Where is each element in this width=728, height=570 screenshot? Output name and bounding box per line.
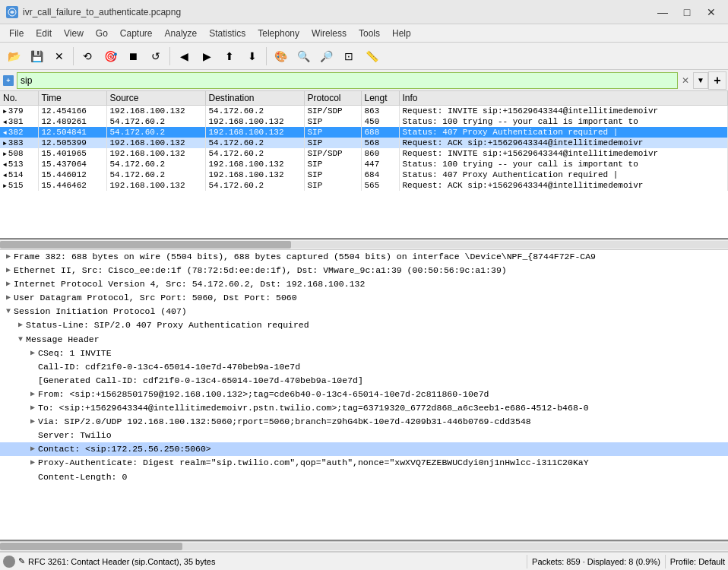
table-row[interactable]: ►508 15.401965 192.168.100.132 54.172.60… <box>0 148 728 159</box>
expand-icon[interactable]: ▼ <box>15 334 26 345</box>
expand-icon[interactable]: ▶ <box>3 252 14 262</box>
col-header-no: No. <box>0 91 38 106</box>
detail-line[interactable]: ▶Status-Line: SIP/2.0 407 Proxy Authenti… <box>0 318 728 332</box>
expand-icon[interactable]: ▶ <box>27 458 38 468</box>
toolbar-restart[interactable]: ↺ <box>145 46 166 67</box>
table-row[interactable]: ◄514 15.446012 54.172.60.2 192.168.100.1… <box>0 169 728 180</box>
toolbar-forward[interactable]: ▶ <box>196 46 217 67</box>
cell-dest: 54.172.60.2 <box>205 106 304 117</box>
filter-input[interactable] <box>17 72 678 89</box>
toolbar-zoom-normal[interactable]: ⊡ <box>338 46 359 67</box>
packet-list-hscrollbar[interactable] <box>0 239 728 250</box>
minimize-button[interactable]: — <box>652 4 673 21</box>
cell-time: 15.446462 <box>38 180 106 191</box>
detail-text: Session Initiation Protocol (407) <box>14 306 725 318</box>
cell-dest: 192.168.100.132 <box>205 159 304 169</box>
menu-analyze[interactable]: Analyze <box>159 27 204 40</box>
expand-icon[interactable]: ▶ <box>27 403 38 413</box>
cell-no: ►515 <box>0 180 38 191</box>
cell-info: Request: INVITE sip:+15629643344@intelli… <box>399 148 728 159</box>
cell-info: Status: 407 Proxy Authentication require… <box>399 127 728 138</box>
cell-no: ◄513 <box>0 159 38 169</box>
expand-icon[interactable]: ▶ <box>27 389 38 400</box>
cell-length: 565 <box>361 180 399 191</box>
table-row[interactable]: ►379 12.454166 192.168.100.132 54.172.60… <box>0 106 728 117</box>
expand-icon[interactable]: ▼ <box>3 306 14 317</box>
expand-icon[interactable]: ▶ <box>27 444 38 454</box>
filter-add-button[interactable]: + <box>708 71 726 90</box>
packets-info: Packets: 859 · Displayed: 8 (0.9%) <box>532 557 660 566</box>
menu-capture[interactable]: Capture <box>114 27 159 40</box>
menu-tools[interactable]: Tools <box>353 27 386 40</box>
detail-line[interactable]: ▶Internet Protocol Version 4, Src: 54.17… <box>0 277 728 291</box>
menu-file[interactable]: File <box>3 27 30 40</box>
table-row[interactable]: ►383 12.505399 192.168.100.132 54.172.60… <box>0 138 728 148</box>
cell-dest: 54.172.60.2 <box>205 138 304 148</box>
expand-icon[interactable]: ▶ <box>3 265 14 276</box>
detail-pane-hscrollbar[interactable] <box>0 541 728 552</box>
table-row[interactable]: ◄381 12.489261 54.172.60.2 192.168.100.1… <box>0 116 728 127</box>
title-bar-left: ivr_call_failure_to_authenticate.pcapng <box>6 6 181 18</box>
detail-line[interactable]: ▶Contact: <sip:172.25.56.250:5060> <box>0 442 728 456</box>
expand-icon[interactable]: ▶ <box>27 416 38 427</box>
toolbar-open[interactable]: 📂 <box>3 46 24 67</box>
toolbar-reload[interactable]: ⟲ <box>77 46 98 67</box>
menu-go[interactable]: Go <box>90 27 114 40</box>
filter-dropdown-button[interactable]: ▼ <box>693 72 708 89</box>
detail-line[interactable]: Call-ID: cdf21f0-0-13c4-65014-10e7d-470b… <box>0 360 728 374</box>
toolbar-back[interactable]: ◀ <box>173 46 195 67</box>
menu-help[interactable]: Help <box>386 27 417 40</box>
status-divider-1 <box>527 555 527 568</box>
cell-source: 54.172.60.2 <box>106 116 205 127</box>
menu-edit[interactable]: Edit <box>30 27 58 40</box>
close-button[interactable]: ✕ <box>701 4 722 21</box>
detail-line[interactable]: ▶To: <sip:+15629643344@intellitimedemoiv… <box>0 401 728 415</box>
detail-line[interactable]: ▶Via: SIP/2.0/UDP 192.168.100.132:5060;r… <box>0 415 728 429</box>
cell-length: 447 <box>361 159 399 169</box>
detail-line[interactable]: ▶CSeq: 1 INVITE <box>0 347 728 360</box>
cell-no: ◄381 <box>0 116 38 127</box>
cell-time: 12.505399 <box>38 138 106 148</box>
toolbar-resize-columns[interactable]: 📏 <box>361 46 382 67</box>
toolbar-close[interactable]: ✕ <box>49 46 70 67</box>
expand-icon[interactable]: ▶ <box>27 348 38 359</box>
detail-line[interactable]: Content-Length: 0 <box>0 470 728 484</box>
cell-dest: 192.168.100.132 <box>205 127 304 138</box>
detail-line[interactable]: ▼Message Header <box>0 333 728 347</box>
toolbar-zoom-out[interactable]: 🔎 <box>315 46 337 67</box>
expand-icon[interactable]: ▶ <box>3 279 14 290</box>
detail-line[interactable]: ▼Session Initiation Protocol (407) <box>0 305 728 318</box>
menu-wireless[interactable]: Wireless <box>305 27 353 40</box>
detail-hscroll-thumb[interactable] <box>0 543 182 550</box>
detail-text: Status-Line: SIP/2.0 407 Proxy Authentic… <box>26 319 725 331</box>
detail-line[interactable]: ▶From: <sip:+15628501759@192.168.100.132… <box>0 388 728 401</box>
toolbar-capture-opts[interactable]: 🎯 <box>100 46 121 67</box>
detail-text: Proxy-Authenticate: Digest realm="sip.tw… <box>38 457 725 469</box>
hscroll-thumb[interactable] <box>0 241 291 249</box>
toolbar-colorize[interactable]: 🎨 <box>270 46 291 67</box>
toolbar-go-first[interactable]: ⬆ <box>219 46 240 67</box>
cell-source: 54.172.60.2 <box>106 169 205 180</box>
detail-line[interactable]: Server: Twilio <box>0 429 728 442</box>
table-row[interactable]: ►515 15.446462 192.168.100.132 54.172.60… <box>0 180 728 191</box>
maximize-button[interactable]: □ <box>676 4 698 21</box>
detail-line[interactable]: ▶Ethernet II, Src: Cisco_ee:de:1f (78:72… <box>0 264 728 277</box>
toolbar-save[interactable]: 💾 <box>26 46 47 67</box>
detail-line[interactable]: [Generated Call-ID: cdf21f0-0-13c4-65014… <box>0 374 728 388</box>
toolbar-zoom-in[interactable]: 🔍 <box>293 46 314 67</box>
detail-line[interactable]: ▶Proxy-Authenticate: Digest realm="sip.t… <box>0 456 728 470</box>
menu-telephony[interactable]: Telephony <box>252 27 305 40</box>
menu-view[interactable]: View <box>58 27 90 40</box>
detail-line[interactable]: ▶User Datagram Protocol, Src Port: 5060,… <box>0 291 728 305</box>
detail-text: Internet Protocol Version 4, Src: 54.172… <box>14 278 725 290</box>
expand-icon[interactable]: ▶ <box>15 320 26 331</box>
toolbar-stop[interactable]: ⏹ <box>122 46 144 67</box>
toolbar-go-last[interactable]: ⬇ <box>242 46 263 67</box>
table-row[interactable]: ◄513 15.437064 54.172.60.2 192.168.100.1… <box>0 159 728 169</box>
detail-line[interactable]: ▶Frame 382: 688 bytes on wire (5504 bits… <box>0 250 728 264</box>
filter-clear-button[interactable]: ✕ <box>678 72 693 89</box>
cell-source: 54.172.60.2 <box>106 159 205 169</box>
menu-statistics[interactable]: Statistics <box>203 27 252 40</box>
table-row[interactable]: ◄382 12.504841 54.172.60.2 192.168.100.1… <box>0 127 728 138</box>
expand-icon[interactable]: ▶ <box>3 293 14 303</box>
